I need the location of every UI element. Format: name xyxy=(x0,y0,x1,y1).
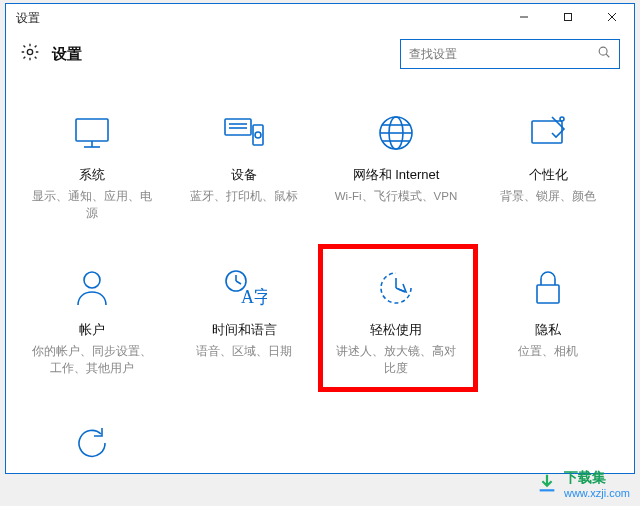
tile-title: 个性化 xyxy=(529,166,568,184)
tile-subtitle: 蓝牙、打印机、鼠标 xyxy=(184,188,304,205)
tile-subtitle: 讲述人、放大镜、高对比度 xyxy=(326,343,466,376)
settings-window: 设置 设置 xyxy=(5,3,635,474)
window-title: 设置 xyxy=(16,10,40,27)
close-icon xyxy=(607,11,617,25)
tile-accounts[interactable]: 帐户 你的帐户、同步设置、工作、其他用户 xyxy=(22,259,162,376)
svg-line-6 xyxy=(606,54,609,57)
tile-devices[interactable]: 设备 蓝牙、打印机、鼠标 xyxy=(174,104,314,205)
watermark-url: www.xzji.com xyxy=(564,487,630,499)
gear-icon xyxy=(20,42,40,66)
maximize-icon xyxy=(563,11,573,25)
minimize-button[interactable] xyxy=(502,4,546,32)
tile-personalization[interactable]: 个性化 背景、锁屏、颜色 xyxy=(478,104,618,205)
svg-rect-28 xyxy=(537,285,559,303)
tile-ease-of-access[interactable]: 轻松使用 讲述人、放大镜、高对比度 xyxy=(326,259,466,376)
svg-rect-10 xyxy=(225,119,251,135)
tile-time-language[interactable]: A字 时间和语言 语音、区域、日期 xyxy=(174,259,314,360)
tile-subtitle: 显示、通知、应用、电源 xyxy=(22,188,162,221)
tile-subtitle: Wi-Fi、飞行模式、VPN xyxy=(329,188,463,205)
tile-network[interactable]: 网络和 Internet Wi-Fi、飞行模式、VPN xyxy=(326,104,466,205)
svg-text:A字: A字 xyxy=(241,287,267,307)
tile-title: 隐私 xyxy=(535,321,561,339)
tile-title: 时间和语言 xyxy=(212,321,277,339)
ease-of-access-icon xyxy=(375,265,417,311)
lock-icon xyxy=(530,265,566,311)
download-icon xyxy=(536,472,558,497)
svg-point-14 xyxy=(255,132,261,138)
tile-subtitle: 你的帐户、同步设置、工作、其他用户 xyxy=(22,343,162,376)
svg-point-22 xyxy=(84,272,100,288)
minimize-icon xyxy=(519,11,529,25)
header: 设置 xyxy=(6,32,634,76)
svg-point-5 xyxy=(599,47,607,55)
update-icon xyxy=(71,420,113,466)
titlebar: 设置 xyxy=(6,4,634,32)
settings-grid: 系统 显示、通知、应用、电源 设备 蓝牙、打印机、鼠标 网络和 Internet… xyxy=(6,76,634,473)
watermark: 下载集 www.xzji.com xyxy=(536,469,630,500)
person-icon xyxy=(72,265,112,311)
svg-rect-7 xyxy=(76,119,108,141)
system-icon xyxy=(70,110,114,156)
time-language-icon: A字 xyxy=(221,265,267,311)
tile-subtitle: 位置、相机 xyxy=(512,343,584,360)
tile-privacy[interactable]: 隐私 位置、相机 xyxy=(478,259,618,360)
globe-icon xyxy=(375,110,417,156)
tile-update-security[interactable]: 更新和安全 xyxy=(22,414,162,473)
tile-system[interactable]: 系统 显示、通知、应用、电源 xyxy=(22,104,162,221)
devices-icon xyxy=(221,110,267,156)
close-button[interactable] xyxy=(590,4,634,32)
watermark-title: 下载集 xyxy=(564,469,630,487)
tile-title: 设备 xyxy=(231,166,257,184)
svg-point-21 xyxy=(560,117,564,121)
page-title: 设置 xyxy=(52,45,82,64)
search-box[interactable] xyxy=(400,39,620,69)
paint-icon xyxy=(526,110,570,156)
tile-subtitle: 背景、锁屏、颜色 xyxy=(494,188,602,205)
tile-title: 系统 xyxy=(79,166,105,184)
tile-title: 轻松使用 xyxy=(370,321,422,339)
svg-line-25 xyxy=(236,281,241,284)
search-icon xyxy=(597,45,611,63)
svg-rect-20 xyxy=(532,121,562,143)
maximize-button[interactable] xyxy=(546,4,590,32)
search-input[interactable] xyxy=(409,47,597,61)
tile-subtitle: 语音、区域、日期 xyxy=(190,343,298,360)
tile-title: 网络和 Internet xyxy=(353,166,440,184)
svg-rect-1 xyxy=(565,14,572,21)
tile-title: 帐户 xyxy=(79,321,105,339)
svg-point-4 xyxy=(27,49,32,54)
